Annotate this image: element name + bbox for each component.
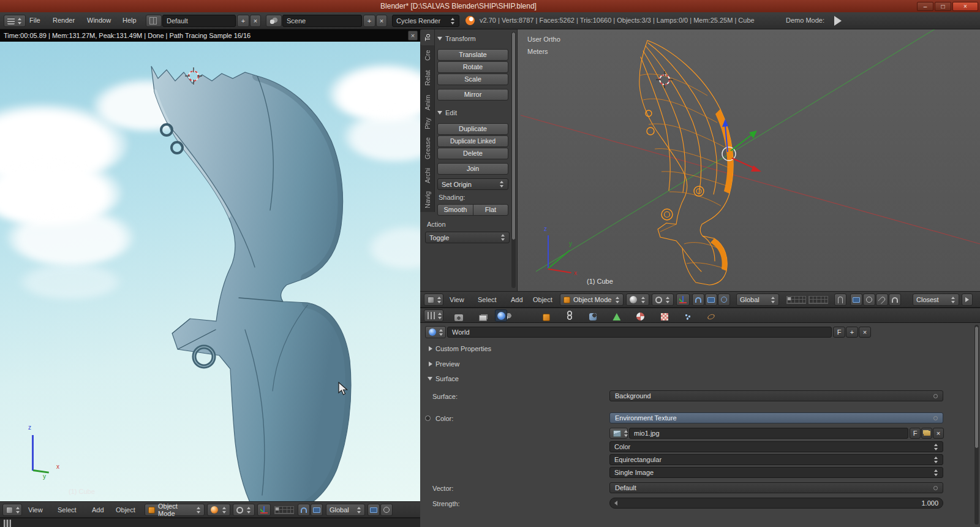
demo-play-button[interactable]	[834, 16, 842, 26]
close-button[interactable]: ×	[952, 2, 978, 11]
color-socket-icon[interactable]	[425, 415, 431, 421]
properties-editor-icon[interactable]	[4, 520, 11, 527]
strength-slider[interactable]: 1.000	[609, 498, 943, 509]
world-add-button[interactable]: +	[846, 327, 858, 338]
scene-add-button[interactable]: +	[363, 15, 375, 27]
editor-type-button[interactable]	[2, 504, 22, 516]
menu-object[interactable]: Object	[533, 296, 552, 303]
maximize-button[interactable]: □	[935, 2, 951, 11]
layout-delete-button[interactable]: ×	[250, 15, 261, 27]
menu-select[interactable]: Select	[58, 506, 77, 514]
menu-select[interactable]: Select	[478, 296, 497, 303]
tab-archimesh[interactable]: Archi	[420, 163, 435, 188]
duplicate-linked-button[interactable]: Duplicate Linked	[437, 135, 508, 147]
world-unlink-button[interactable]: ×	[859, 327, 871, 338]
editor-type-button[interactable]	[424, 309, 443, 322]
snap-toggle[interactable]	[692, 294, 704, 306]
panel-custom-properties[interactable]: Custom Properties	[429, 345, 491, 352]
engine-select[interactable]: Cycles Render	[392, 15, 459, 27]
flat-button[interactable]: Flat	[473, 204, 508, 216]
tool-shelf-scrollbar[interactable]	[511, 32, 516, 288]
vector-value-button[interactable]: Default	[609, 482, 943, 493]
panel-preview[interactable]: Preview	[429, 360, 459, 368]
texture-tab-icon[interactable]	[661, 313, 668, 320]
snap-element-button[interactable]	[705, 294, 717, 306]
menu-help[interactable]: Help	[123, 17, 137, 24]
modifiers-tab-icon[interactable]	[589, 313, 597, 320]
mirror-button[interactable]: Mirror	[437, 89, 508, 100]
image-name-field[interactable]: mio1.jpg	[629, 428, 908, 439]
tab-animation[interactable]: Anim	[420, 91, 435, 114]
proportional-edit-button[interactable]	[876, 294, 888, 306]
source-select[interactable]: Single Image	[609, 467, 943, 478]
tab-navigation[interactable]: Navig	[420, 188, 435, 212]
operator-toggle-select[interactable]: Toggle	[425, 232, 510, 243]
menu-view[interactable]: View	[450, 296, 464, 303]
header-scroll-button[interactable]	[962, 294, 973, 306]
image-open-button[interactable]	[921, 428, 932, 439]
particles-tab-icon[interactable]	[684, 313, 692, 320]
manipulator-toggle[interactable]	[676, 294, 690, 306]
scene-delete-button[interactable]: ×	[376, 15, 387, 27]
smooth-button[interactable]: Smooth	[437, 204, 473, 216]
menu-add[interactable]: Add	[92, 506, 104, 514]
orientation-select[interactable]: Global	[326, 504, 365, 516]
layers-grid[interactable]	[274, 506, 294, 514]
mode-select[interactable]: Object Mode	[145, 504, 205, 516]
scene-name-field[interactable]: Scene	[282, 15, 362, 27]
tab-create[interactable]: Cre	[420, 45, 435, 65]
render-preview-button[interactable]	[368, 504, 380, 516]
image-browse-button[interactable]	[609, 428, 628, 439]
layers-grid[interactable]	[786, 296, 806, 304]
object-tab-icon[interactable]	[543, 314, 550, 321]
surface-value-button[interactable]: Background	[609, 390, 943, 401]
properties-scrollbar[interactable]	[974, 325, 979, 525]
render-opengl-button[interactable]	[863, 294, 875, 306]
world-tab-active[interactable]	[495, 309, 507, 322]
orientation-select[interactable]: Global	[736, 294, 779, 306]
layout-browse-button[interactable]	[146, 15, 162, 27]
world-fake-user-button[interactable]: F	[833, 327, 845, 338]
editor-type-button[interactable]	[424, 294, 443, 306]
data-tab-icon[interactable]	[612, 313, 620, 320]
menu-view[interactable]: View	[28, 506, 43, 514]
image-unlink-button[interactable]: ×	[933, 428, 944, 439]
panel-transform-header[interactable]: Transform	[437, 35, 476, 42]
color-space-select[interactable]: Color	[609, 441, 943, 452]
manipulator-toggle[interactable]	[257, 504, 271, 516]
duplicate-button[interactable]: Duplicate	[437, 123, 508, 135]
snap-target-select[interactable]: Closest	[913, 294, 959, 306]
render-opengl-button[interactable]	[380, 504, 393, 516]
snap-mode-button[interactable]	[889, 294, 901, 306]
viewport-shading-select[interactable]	[207, 504, 230, 516]
physics-tab-icon[interactable]	[707, 313, 715, 320]
join-button[interactable]: Join	[437, 163, 508, 175]
tab-relations[interactable]: Relat	[420, 65, 435, 91]
rotate-button[interactable]: Rotate	[437, 61, 508, 73]
panel-surface[interactable]: Surface	[428, 375, 459, 382]
constraints-tab-icon[interactable]	[566, 311, 573, 320]
panel-edit-header[interactable]: Edit	[437, 109, 457, 116]
material-tab-icon[interactable]	[636, 313, 644, 320]
minimize-button[interactable]: –	[917, 2, 933, 11]
pivot-select[interactable]	[233, 504, 255, 516]
pivot-select[interactable]	[652, 294, 674, 306]
menu-window[interactable]: Window	[87, 17, 111, 24]
render-tab-icon[interactable]	[454, 314, 463, 321]
world-browse-button[interactable]	[425, 326, 446, 338]
world-name-field[interactable]: World	[447, 327, 832, 338]
viewport-3d[interactable]: User Ortho Meters z y x (1) Cube	[518, 29, 980, 291]
tab-tools[interactable]: To	[420, 29, 435, 45]
snap-toggle[interactable]	[298, 504, 310, 516]
menu-add[interactable]: Add	[511, 296, 523, 303]
image-fake-user-button[interactable]: F	[910, 428, 921, 439]
render-close-button[interactable]: ×	[408, 31, 418, 40]
render-layers-tab-icon[interactable]	[479, 315, 487, 321]
set-origin-select[interactable]: Set Origin	[437, 178, 508, 190]
menu-object[interactable]: Object	[116, 506, 135, 514]
color-value-button[interactable]: Environment Texture	[609, 412, 943, 423]
menu-file[interactable]: File	[29, 17, 40, 24]
layers-grid[interactable]	[809, 296, 828, 304]
editor-type-button[interactable]	[4, 15, 26, 27]
projection-select[interactable]: Equirectangular	[609, 454, 943, 465]
